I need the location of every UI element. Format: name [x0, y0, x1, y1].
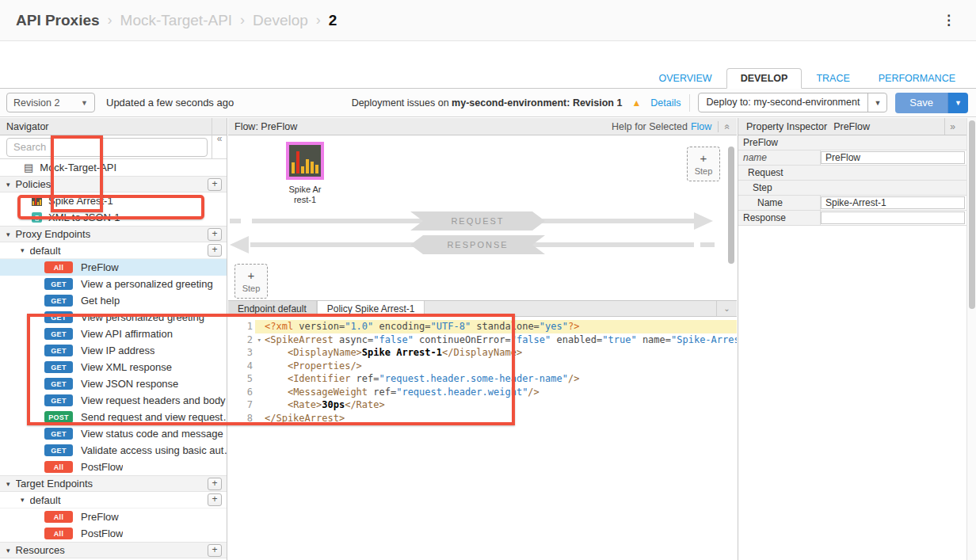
- editor-tab-endpoint-default[interactable]: Endpoint default: [228, 301, 317, 316]
- tree-label: XML to JSON-1: [48, 211, 120, 223]
- add-button[interactable]: +: [208, 178, 222, 191]
- add-step-button-request[interactable]: + Step: [687, 147, 720, 181]
- verb-badge-get: GET: [44, 361, 73, 373]
- chevron-down-icon[interactable]: ▼: [867, 93, 886, 112]
- property-value-input[interactable]: Spike-Arrest-1: [821, 196, 965, 209]
- search-input[interactable]: [6, 138, 208, 157]
- code-line-4[interactable]: 4 <Properties/>: [228, 360, 737, 373]
- code-line-8[interactable]: 8</SpikeArrest>: [228, 412, 737, 425]
- line-number: 4: [228, 360, 255, 373]
- flow-scrollbar[interactable]: [728, 147, 734, 264]
- save-dropdown-caret[interactable]: ▼: [947, 93, 968, 113]
- navigator-tree: ▤Mock-Target-API▾Policies+Spike Arrest-1…: [0, 159, 227, 560]
- caret-down-icon: ▾: [21, 496, 25, 504]
- tree-row-preflow[interactable]: AllPreFlow: [0, 509, 227, 525]
- proxy-doc-icon: ▤: [24, 162, 33, 173]
- tree-row-view-ip-address[interactable]: GETView IP address: [0, 342, 227, 359]
- tree-row-xml-to-json-1[interactable]: {}XML to JSON-1: [0, 209, 227, 226]
- code-line-6[interactable]: 6 <MessageWeight ref="request.header.wei…: [228, 386, 737, 399]
- tree-row-send-request-and-view-request[interactable]: POSTSend request and view request…: [0, 409, 227, 425]
- tree-row-proxy-endpoints[interactable]: ▾Proxy Endpoints+: [0, 226, 227, 242]
- tree-row-resources[interactable]: ▾Resources+: [0, 542, 227, 558]
- code-token: encoding=: [379, 321, 431, 332]
- tree-label: PostFlow: [81, 461, 123, 473]
- collapse-down-icon[interactable]: ⌄: [716, 301, 737, 316]
- tree-row-view-api-affirmation[interactable]: GETView API affirmation: [0, 326, 227, 342]
- add-step-button-response[interactable]: + Step: [234, 264, 268, 299]
- tree-row-postflow[interactable]: AllPostFlow: [0, 525, 227, 542]
- add-button[interactable]: +: [208, 544, 222, 557]
- property-label: PreFlow: [738, 135, 966, 150]
- add-button[interactable]: +: [208, 244, 222, 257]
- property-label: Request: [738, 166, 966, 180]
- collapse-up-icon[interactable]: «: [722, 124, 734, 129]
- tree-row-view-xml-response[interactable]: GETView XML response: [0, 359, 227, 375]
- code-line-5[interactable]: 5 <Identifier ref="request.header.some-h…: [228, 372, 737, 386]
- tree-row-preflow[interactable]: AllPreFlow: [0, 259, 227, 276]
- save-button[interactable]: Save: [895, 93, 947, 113]
- tab-performance[interactable]: PERFORMANCE: [864, 68, 970, 89]
- spike-arrest-policy-node[interactable]: [286, 142, 324, 180]
- toolbar-right-group: Deployment issues on my-second-environme…: [352, 93, 970, 113]
- tree-row-target-endpoints[interactable]: ▾Target Endpoints+: [0, 475, 227, 492]
- details-link[interactable]: Details: [650, 97, 681, 109]
- deploy-to-select[interactable]: Deploy to: my-second-environment ▼: [698, 93, 888, 112]
- tree-row-postflow[interactable]: AllPostFlow: [0, 459, 227, 475]
- tree-row-spike-arrest-1[interactable]: Spike Arrest-1: [0, 192, 227, 209]
- collapse-left-icon[interactable]: «: [217, 133, 223, 144]
- breadcrumb-revision: 2: [329, 12, 337, 29]
- editor-tab-policy-spike-arrest-1[interactable]: Policy Spike Arrest-1: [317, 301, 425, 317]
- tab-develop[interactable]: DEVELOP: [726, 68, 803, 89]
- tree-row-default[interactable]: ▾default+: [0, 242, 227, 259]
- code-token: ?>: [568, 321, 579, 332]
- code-token: <SpikeArrest: [265, 334, 339, 345]
- breadcrumb-proxy-name[interactable]: Mock-Target-API: [120, 12, 232, 29]
- collapse-right-icon[interactable]: »: [944, 118, 960, 135]
- breadcrumb-develop[interactable]: Develop: [253, 12, 308, 29]
- fold-arrow-icon[interactable]: ▾: [257, 333, 261, 347]
- response-arrowhead-icon: [230, 236, 249, 253]
- revision-select[interactable]: Revision 2 ▼: [6, 93, 95, 112]
- line-number: 8: [228, 412, 255, 425]
- tab-trace[interactable]: TRACE: [802, 68, 864, 89]
- property-value-input[interactable]: [821, 211, 965, 224]
- code-token: ref=: [356, 373, 379, 384]
- code-line-1[interactable]: 1<?xml version="1.0" encoding="UTF-8" st…: [228, 320, 737, 333]
- property-label: name: [738, 150, 821, 165]
- code-token: "UTF-8": [431, 321, 471, 332]
- code-line-2[interactable]: 2▾<SpikeArrest async="false" continueOnE…: [228, 333, 737, 347]
- page-scrollbar-thumb[interactable]: [969, 120, 975, 309]
- line-number: 6: [228, 386, 255, 399]
- property-inspector-subtitle: PreFlow: [833, 121, 870, 132]
- property-row-request: Request: [738, 166, 966, 181]
- tree-row-view-request-headers-and-body[interactable]: GETView request headers and body: [0, 392, 227, 409]
- tree-row-default[interactable]: ▾default+: [0, 492, 227, 509]
- add-button[interactable]: +: [208, 478, 222, 490]
- code-line-3[interactable]: 3 <DisplayName>Spike Arrest-1</DisplayNa…: [228, 346, 737, 360]
- breadcrumb-api-proxies[interactable]: API Proxies: [16, 12, 100, 29]
- tree-label: View a personalized greeting: [81, 278, 213, 290]
- code-token: [551, 334, 556, 345]
- add-button[interactable]: +: [208, 228, 222, 241]
- tree-row-view-json-response[interactable]: GETView JSON response: [0, 375, 227, 392]
- tree-row-view-a-personalized-greeting[interactable]: GETView a personalized greeting: [0, 276, 227, 292]
- kebab-menu-icon[interactable]: ⋮: [937, 10, 960, 30]
- add-button[interactable]: +: [208, 493, 222, 506]
- tree-row-view-status-code-and-message[interactable]: GETView status code and message: [0, 425, 227, 442]
- code-token: continueOnError=: [419, 334, 511, 345]
- property-value-input[interactable]: PreFlow: [821, 151, 965, 164]
- tree-label: PreFlow: [81, 511, 119, 523]
- tree-row-policies[interactable]: ▾Policies+: [0, 176, 227, 192]
- tree-row-mock-target-api[interactable]: ▤Mock-Target-API: [0, 159, 227, 176]
- code-editor[interactable]: 1<?xml version="1.0" encoding="UTF-8" st…: [228, 317, 737, 560]
- tree-row-get-help[interactable]: GETGet help: [0, 292, 227, 309]
- help-flow-link[interactable]: Flow: [691, 121, 711, 132]
- line-number: 1: [228, 320, 255, 333]
- property-row-step: Step: [738, 181, 966, 196]
- tree-row-validate-access-using-basic-aut[interactable]: GETValidate access using basic aut…: [0, 442, 227, 459]
- tree-row-view-personalized-greeting[interactable]: GETView personalized greeting: [0, 309, 227, 326]
- tab-overview[interactable]: OVERVIEW: [644, 68, 726, 89]
- code-line-7[interactable]: 7 <Rate>30ps</Rate>: [228, 398, 737, 412]
- property-row-name: namePreFlow: [738, 150, 966, 166]
- code-token: <Rate>: [288, 399, 322, 410]
